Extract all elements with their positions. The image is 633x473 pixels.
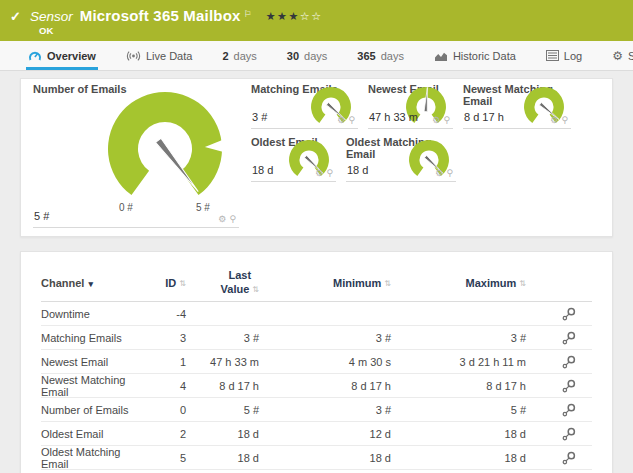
column-label: Channel	[41, 277, 84, 289]
maximum-value: 18 d	[391, 428, 526, 440]
maximum-value: 18 d	[391, 452, 526, 464]
column-header-last-value[interactable]: Last Value⇅	[186, 269, 259, 297]
edit-channel-icon[interactable]	[562, 427, 576, 441]
minimum-value: 4 m 30 s	[259, 356, 391, 368]
tab-settings[interactable]: ⚙ Settings	[610, 41, 633, 70]
column-label: Value	[221, 283, 250, 295]
tab-label: Log	[564, 50, 582, 62]
channel-id: 3	[146, 332, 186, 344]
channel-id: 1	[146, 356, 186, 368]
channel-value: 5 #	[34, 210, 49, 222]
gear-icon[interactable]: ⚙	[435, 169, 443, 178]
edit-channel-icon[interactable]	[562, 307, 576, 321]
pin-icon[interactable]: ⚲	[229, 215, 236, 224]
flag-icon: ⚐	[244, 9, 252, 19]
edit-channel-icon[interactable]	[562, 403, 576, 417]
channel-name: Oldest Matching Email	[41, 446, 146, 470]
overview-gauges-panel: Number of Emails x 0 # 5 # 5 # ⚙ ⚲ Match…	[20, 78, 613, 237]
pin-icon[interactable]: ⚲	[326, 169, 333, 178]
column-label: ID	[165, 277, 176, 289]
channel-id: 4	[146, 380, 186, 392]
column-label: Last	[221, 269, 259, 283]
tab-number: 2	[222, 50, 228, 62]
gauge-scale-max: 5 #	[196, 202, 210, 213]
gear-icon[interactable]: ⚙	[432, 116, 440, 125]
channel-value: 18 d	[347, 164, 368, 176]
table-row[interactable]: Newest Matching Email 4 8 d 17 h 8 d 17 …	[41, 374, 592, 398]
table-row[interactable]: Oldest Matching Email 5 18 d 18 d 18 d	[41, 446, 592, 470]
pin-icon[interactable]: ⚲	[348, 116, 355, 125]
tab-live-data[interactable]: Live Data	[124, 41, 194, 70]
tab-log[interactable]: Log	[544, 41, 584, 70]
channel-value: 18 d	[252, 164, 273, 176]
priority-stars[interactable]: ★★★☆☆	[266, 10, 323, 23]
tab-unit: days	[304, 50, 327, 62]
table-row[interactable]: Downtime -4	[41, 302, 592, 326]
sensor-status-header: ✓ Sensor Microsoft 365 Mailbox ⚐ ★★★☆☆ O…	[0, 0, 633, 41]
gauge-tile-number-of-emails: Number of Emails x 0 # 5 # 5 # ⚙ ⚲	[33, 83, 239, 228]
channel-name: Matching Emails	[41, 332, 146, 344]
sort-icon: ⇅	[519, 279, 526, 288]
channel-id: -4	[146, 308, 186, 320]
tab-label: Overview	[47, 50, 96, 62]
tab-historic-data[interactable]: Historic Data	[432, 41, 518, 70]
table-header-row: Channel▾ ID⇅ Last Value⇅ Minimum⇅ Maximu…	[41, 264, 592, 302]
tab-2-days[interactable]: 2 days	[220, 41, 258, 70]
gauge-icon	[28, 49, 42, 62]
last-value: 5 #	[186, 404, 259, 416]
column-header-channel[interactable]: Channel▾	[41, 277, 146, 289]
table-row[interactable]: Newest Email 1 47 h 33 m 4 m 30 s 3 d 21…	[41, 350, 592, 374]
channel-table-panel: Channel▾ ID⇅ Last Value⇅ Minimum⇅ Maximu…	[20, 251, 613, 473]
last-value: 18 d	[186, 428, 259, 440]
tab-overview[interactable]: Overview	[26, 41, 98, 70]
last-value: 47 h 33 m	[186, 356, 259, 368]
tab-label: Historic Data	[453, 50, 516, 62]
column-header-minimum[interactable]: Minimum⇅	[259, 277, 391, 289]
log-icon	[546, 50, 559, 61]
channel-name: Number of Emails	[41, 404, 146, 416]
maximum-value: 5 #	[391, 404, 526, 416]
pin-icon[interactable]: ⚲	[561, 116, 568, 125]
edit-channel-icon[interactable]	[562, 355, 576, 369]
channel-id: 2	[146, 428, 186, 440]
maximum-value: 8 d 17 h	[391, 380, 526, 392]
column-label: Minimum	[333, 277, 381, 289]
tab-number: 30	[287, 50, 299, 62]
gear-icon[interactable]: ⚙	[315, 169, 323, 178]
gauge-tile-newest-email: Newest Email 47 h 33 m ⚙⚲	[368, 83, 453, 129]
table-row[interactable]: Oldest Email 2 18 d 12 d 18 d	[41, 422, 592, 446]
maximum-value: 3 #	[391, 332, 526, 344]
tab-365-days[interactable]: 365 days	[355, 41, 406, 70]
status-check-icon: ✓	[10, 9, 21, 24]
table-row[interactable]: Number of Emails 0 5 # 3 # 5 #	[41, 398, 592, 422]
edit-channel-icon[interactable]	[562, 451, 576, 465]
tab-number: 365	[357, 50, 375, 62]
pin-icon[interactable]: ⚲	[443, 116, 450, 125]
small-gauges-grid: Matching Emails 3 # ⚙⚲ Newest Email	[251, 83, 600, 226]
maximum-value: 3 d 21 h 11 m	[391, 356, 526, 368]
column-header-maximum[interactable]: Maximum⇅	[391, 277, 526, 289]
tab-label: Live Data	[146, 50, 192, 62]
channel-value: 3 #	[252, 111, 267, 123]
gear-icon[interactable]: ⚙	[337, 116, 345, 125]
channel-name: Newest Email	[41, 356, 146, 368]
minimum-value: 18 d	[259, 452, 391, 464]
chevron-down-icon: ▾	[88, 279, 93, 289]
channel-name: Oldest Email	[41, 428, 146, 440]
tab-unit: days	[381, 50, 404, 62]
tab-30-days[interactable]: 30 days	[285, 41, 330, 70]
edit-channel-icon[interactable]	[562, 379, 576, 393]
edit-channel-icon[interactable]	[562, 331, 576, 345]
tab-unit: days	[234, 50, 257, 62]
tab-bar: Overview Live Data 2 days 30 days 365 da…	[0, 41, 633, 71]
table-row[interactable]: Matching Emails 3 3 # 3 # 3 #	[41, 326, 592, 350]
gear-icon[interactable]: ⚙	[218, 215, 226, 224]
priority-stars-filled: ★★★	[266, 10, 300, 22]
object-kind-label: Sensor	[30, 9, 73, 24]
gauge-tile-oldest-matching-email: Oldest Matching Email 18 d ⚙⚲	[346, 136, 456, 182]
pin-icon[interactable]: ⚲	[446, 169, 453, 178]
column-header-id[interactable]: ID⇅	[146, 277, 186, 289]
channel-name: Newest Matching Email	[41, 374, 146, 398]
gauge-scale-min: 0 #	[119, 202, 133, 213]
gear-icon[interactable]: ⚙	[550, 116, 558, 125]
